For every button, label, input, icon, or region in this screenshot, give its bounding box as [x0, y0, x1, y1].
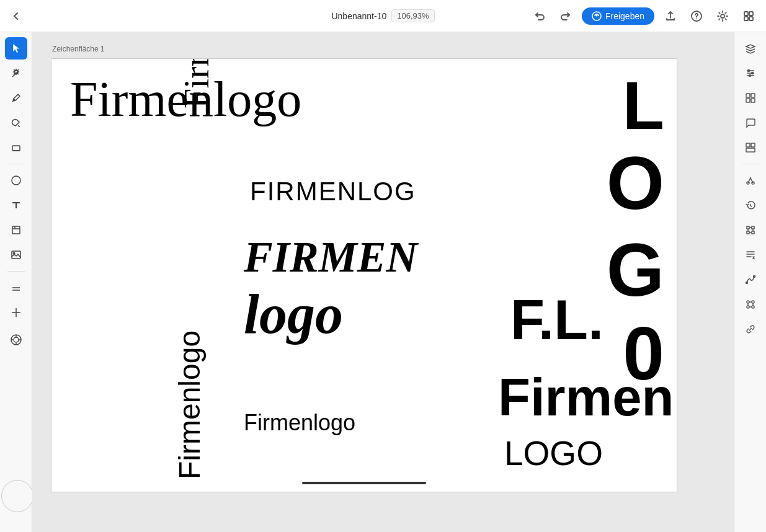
zoom-level[interactable]: 106,93%	[391, 9, 434, 22]
svg-rect-5	[744, 12, 748, 16]
topbar-center: Unbenannt-10 106,93%	[331, 9, 434, 22]
document-title: Unbenannt-10	[331, 11, 386, 21]
text-G-large[interactable]: G	[607, 233, 664, 307]
tool-paint[interactable]	[5, 112, 27, 134]
right-separator-1	[742, 164, 759, 164]
svg-point-42	[746, 282, 747, 284]
settings-button[interactable]	[713, 6, 733, 26]
share-label: Freigeben	[605, 11, 644, 21]
right-btn-history[interactable]	[739, 194, 762, 216]
right-btn-assets[interactable]	[739, 136, 762, 159]
svg-rect-33	[746, 94, 750, 97]
right-btn-grid[interactable]	[739, 87, 762, 109]
arrange-button[interactable]	[739, 6, 759, 26]
bottom-circle	[1, 480, 33, 512]
tool-select[interactable]	[5, 37, 27, 60]
tool-text[interactable]	[5, 194, 27, 216]
help-button[interactable]	[687, 6, 706, 26]
tool-image[interactable]	[5, 244, 27, 266]
text-O-large[interactable]: O	[607, 146, 664, 220]
canvas-area[interactable]: Zeichenfläche 1 Firmenlogo L FIRMENLOG O…	[32, 32, 734, 532]
text-firmenlogo-rotated-cursive[interactable]: Firmenlogo	[176, 58, 217, 109]
svg-point-32	[749, 75, 750, 77]
artboard-label: Zeichenfläche 1	[52, 45, 105, 53]
svg-point-46	[747, 306, 749, 308]
topbar-right: Freigeben	[530, 6, 759, 26]
svg-point-45	[752, 301, 754, 303]
tool-ellipse[interactable]	[5, 169, 27, 192]
tool-magic[interactable]	[5, 62, 27, 84]
text-FL-bold[interactable]: F.L.	[510, 288, 603, 352]
right-btn-cut[interactable]	[739, 169, 762, 192]
undo-button[interactable]	[530, 6, 550, 26]
svg-point-22	[14, 337, 19, 342]
text-Firmen-large[interactable]: Firmen	[498, 371, 674, 423]
back-button[interactable]	[7, 7, 25, 25]
svg-rect-39	[746, 148, 755, 152]
right-btn-curve[interactable]	[739, 268, 762, 291]
tool-distribute[interactable]	[5, 301, 27, 324]
svg-point-47	[752, 306, 754, 308]
upload-button[interactable]	[661, 6, 680, 26]
svg-point-4	[721, 14, 724, 18]
topbar: Unbenannt-10 106,93% Freigeben	[0, 0, 766, 32]
text-LOGO-med[interactable]: LOGO	[504, 433, 603, 473]
right-btn-nodes[interactable]	[739, 293, 762, 316]
right-btn-adjustments[interactable]	[739, 62, 762, 84]
svg-point-44	[747, 301, 749, 303]
svg-rect-6	[749, 12, 753, 16]
scroll-indicator	[302, 482, 426, 484]
right-btn-text-style[interactable]	[739, 244, 762, 266]
right-btn-layers[interactable]	[739, 37, 762, 60]
svg-point-31	[751, 73, 753, 74]
separator-1	[7, 164, 25, 164]
svg-point-16	[13, 252, 14, 254]
svg-rect-34	[751, 94, 755, 97]
tool-eraser[interactable]	[5, 136, 27, 159]
svg-rect-7	[744, 17, 748, 20]
share-button[interactable]: Freigeben	[582, 7, 654, 25]
main-area: Zeichenfläche 1 Firmenlogo L FIRMENLOG O…	[0, 32, 766, 532]
svg-rect-8	[749, 17, 753, 20]
separator-2	[7, 271, 25, 272]
text-L[interactable]: L	[623, 71, 664, 140]
text-firmenlogo-rotated2[interactable]: Firmenlogo	[172, 330, 207, 479]
svg-rect-12	[12, 226, 20, 234]
text-logo-italic[interactable]: logo	[244, 282, 343, 346]
tool-line[interactable]	[5, 277, 27, 299]
svg-point-11	[12, 176, 20, 185]
svg-rect-9	[12, 146, 20, 151]
redo-button[interactable]	[556, 6, 576, 26]
artboard[interactable]: Firmenlogo L FIRMENLOG O Firmenlogo FIRM…	[51, 58, 677, 492]
right-btn-warp[interactable]	[739, 219, 762, 241]
tool-frame[interactable]	[5, 219, 27, 241]
svg-rect-36	[751, 99, 755, 102]
right-btn-comments[interactable]	[739, 112, 762, 134]
svg-rect-35	[746, 99, 750, 102]
text-firmenlogo-small[interactable]: Firmenlogo	[244, 410, 355, 436]
text-FIRMEN-italic[interactable]: FIRMEN	[244, 233, 417, 282]
tool-pen[interactable]	[5, 87, 27, 109]
tool-target[interactable]	[5, 329, 27, 351]
text-firmenlogo-caps[interactable]: FIRMENLOG	[250, 177, 416, 206]
right-btn-link[interactable]	[739, 318, 762, 340]
bottom-circle-area	[0, 490, 32, 527]
svg-point-3	[696, 17, 697, 19]
svg-rect-37	[746, 143, 750, 147]
svg-rect-38	[751, 143, 755, 147]
svg-point-1	[595, 14, 597, 16]
right-panel	[734, 32, 766, 532]
left-toolbar	[0, 32, 32, 532]
svg-point-30	[747, 70, 749, 72]
svg-point-43	[753, 276, 755, 278]
